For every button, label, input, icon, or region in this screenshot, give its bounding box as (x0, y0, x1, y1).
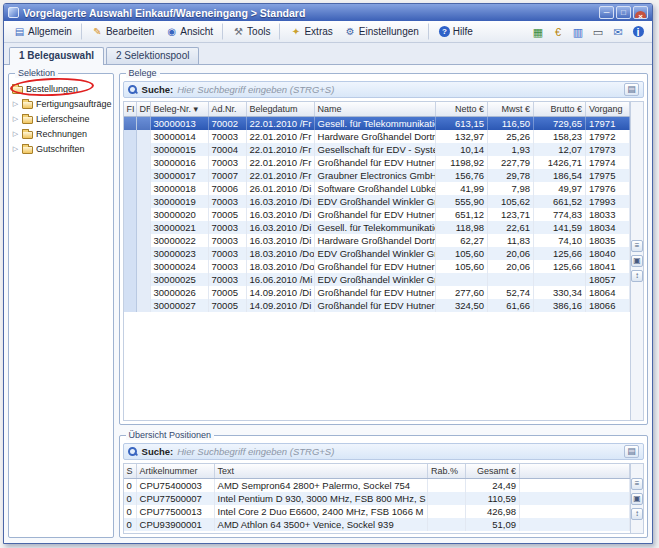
column-header[interactable]: FI (124, 102, 137, 116)
cell-belegdatum: 16.03.2010 /Di (247, 195, 315, 208)
mail-button[interactable]: ✉ (610, 24, 626, 40)
Software Großhandel Lübke AG[interactable]: 30000018 70006 26.01.2010 /Di Software G… (124, 182, 630, 195)
position-row[interactable]: 0 CPU77500013 Intel Core 2 Duo E6600, 24… (124, 505, 630, 518)
column-header[interactable] (520, 464, 630, 478)
column-header[interactable]: Brutto € (534, 102, 586, 116)
tree-item-label: Bestellungen (26, 84, 78, 94)
positionen-search-input[interactable] (177, 446, 620, 457)
menu-tools[interactable]: ⚒Tools (227, 23, 280, 40)
chart-button[interactable]: ▥ (570, 24, 586, 40)
cell-dr (137, 273, 151, 286)
cell-mwst: 61,66 (488, 299, 534, 312)
column-header[interactable]: Ad.Nr. (209, 102, 247, 116)
expander-icon[interactable] (12, 97, 19, 110)
column-header[interactable]: Gesamt € (466, 464, 520, 478)
column-header[interactable]: Belegdatum (247, 102, 315, 116)
toolbar: ▤Allgemein✎Bearbeiten◉Ansicht⚒Tools✦Extr… (4, 21, 652, 43)
menu-extras[interactable]: ✦Extras (284, 23, 338, 40)
EDV Großhandel Winkler GmbH[interactable]: 30000023 70003 18.03.2010 /Do EDV Großha… (124, 247, 630, 260)
Großhandel für EDV Hutner[interactable]: 30000026 70005 14.09.2010 /Di Großhandel… (124, 286, 630, 299)
position-row[interactable]: 0 CPU75400003 AMD Sempron64 2800+ Palerm… (124, 479, 630, 492)
column-header[interactable]: S (124, 464, 137, 478)
menu-allgemein[interactable]: ▤Allgemein (8, 23, 82, 40)
cell-netto: 10,14 (436, 143, 488, 156)
general-icon: ▤ (14, 26, 25, 37)
minimize-button[interactable]: ─ (599, 6, 614, 19)
EDV Großhandel Winkler GmbH[interactable]: 30000019 70003 16.03.2010 /Di EDV Großha… (124, 195, 630, 208)
column-header[interactable]: Artikelnummer (137, 464, 215, 478)
positionen-side-rail: ≡▣↕ (630, 463, 644, 534)
cell-fi (124, 286, 137, 299)
cell-artikelnummer: CPU75400003 (137, 479, 215, 492)
positionen-column-options-button[interactable]: ▤ (624, 445, 639, 458)
titlebar: Vorgelagerte Auswahl Einkauf/Wareneingan… (4, 4, 652, 21)
Graubner Electronics GmbH[interactable]: 30000017 70007 22.01.2010 /Fr Graubner E… (124, 169, 630, 182)
belege-table: FIDRBeleg-Nr. ▾Ad.Nr.BelegdatumNameNetto… (123, 101, 644, 421)
Großhandel für EDV Hutner[interactable]: 30000024 70003 18.03.2010 /Do Großhandel… (124, 260, 630, 273)
tree-item-fertigungsauftraege[interactable]: Fertigungsaufträge (12, 97, 112, 110)
cell-belegdatum: 16.06.2010 /Mi (247, 273, 315, 286)
Gesellschaft für EDV - Systeme[interactable]: 30000015 70004 22.01.2010 /Fr Gesellscha… (124, 143, 630, 156)
rail-sort-button[interactable]: ↕ (631, 270, 643, 282)
toolbar-label: Extras (304, 26, 332, 37)
Hardware Großhandel Dortmund[interactable]: 30000022 70003 16.03.2010 /Di Hardware G… (124, 234, 630, 247)
cell-netto: 324,50 (436, 299, 488, 312)
info-button[interactable]: i (630, 24, 646, 40)
position-row[interactable]: 0 CPU93900001 AMD Athlon 64 3500+ Venice… (124, 518, 630, 531)
tree-item-gutschriften[interactable]: Gutschriften (12, 142, 112, 155)
sort-icon: ↕ (635, 509, 639, 518)
menu-ansicht[interactable]: ◉Ansicht (160, 23, 223, 40)
package-button[interactable]: ▦ (530, 24, 546, 40)
Großhandel für EDV Hutner[interactable]: 30000027 70005 14.09.2010 /Di Großhandel… (124, 299, 630, 312)
cell-s: 0 (124, 518, 137, 531)
rail-list-button[interactable]: ≡ (631, 478, 643, 490)
monitor-button[interactable]: ▭ (590, 24, 606, 40)
menu-bearbeiten[interactable]: ✎Bearbeiten (86, 23, 160, 40)
belege-column-options-button[interactable]: ▤ (624, 83, 639, 96)
menu-hilfe[interactable]: ?Hilfe (433, 23, 479, 40)
rail-grid-button[interactable]: ▣ (631, 493, 643, 505)
euro-button[interactable]: € (550, 24, 566, 40)
column-header[interactable]: DR (137, 102, 151, 116)
EDV Großhandel Winkler GmbH[interactable]: 30000025 70003 16.06.2010 /Mi EDV Großha… (124, 273, 630, 286)
maximize-button[interactable]: □ (616, 6, 631, 19)
column-header[interactable]: Name (315, 102, 436, 116)
column-header[interactable]: Text (215, 464, 428, 478)
tab-belegauswahl[interactable]: 1 Belegauswahl (9, 47, 104, 65)
tree-item-bestellungen[interactable]: Bestellungen (12, 82, 112, 95)
cell-brutto: 125,66 (534, 260, 586, 273)
column-header[interactable]: Vorgang (586, 102, 630, 116)
rail-sort-button[interactable]: ↕ (631, 508, 643, 520)
menu-einstellungen[interactable]: ⚙Einstellungen (339, 23, 429, 40)
tree-item-lieferscheine[interactable]: Lieferscheine (12, 112, 112, 125)
tab-selektionspool[interactable]: 2 Selektionspool (106, 47, 199, 64)
cell-belegdatum: 22.01.2010 /Fr (247, 117, 315, 130)
tree-item-rechnungen[interactable]: Rechnungen (12, 127, 112, 140)
position-row[interactable]: 0 CPU77500007 Intel Pentium D 930, 3000 … (124, 492, 630, 505)
Hardware Großhandel Dortmund[interactable]: 30000014 70003 22.01.2010 /Fr Hardware G… (124, 130, 630, 143)
tree-item-label: Gutschriften (36, 144, 85, 154)
cell-fi (124, 143, 137, 156)
rail-grid-button[interactable]: ▣ (631, 255, 643, 267)
column-header[interactable]: Beleg-Nr. ▾ (151, 102, 209, 116)
cell-fi (124, 260, 137, 273)
right-column: Belege Suche: ▤ FIDRBeleg-Nr. ▾Ad.Nr.Bel… (119, 69, 648, 538)
belege-search-input[interactable] (177, 84, 620, 95)
expander-icon[interactable] (12, 112, 19, 125)
cell-rabatt (428, 518, 466, 531)
belege-table-header: FIDRBeleg-Nr. ▾Ad.Nr.BelegdatumNameNetto… (124, 102, 630, 117)
expander-icon[interactable] (12, 127, 19, 140)
Großhandel für EDV Hutner[interactable]: 30000016 70003 22.01.2010 /Fr Großhandel… (124, 156, 630, 169)
Gesell. für Telekommunikation[interactable]: 30000021 70003 16.03.2010 /Di Gesell. fü… (124, 221, 630, 234)
column-header[interactable]: Rab.% (428, 464, 466, 478)
expander-icon[interactable] (12, 142, 19, 155)
rail-list-button[interactable]: ≡ (631, 240, 643, 252)
column-header[interactable]: Netto € (436, 102, 488, 116)
Gesell. für Telekommunikation[interactable]: 30000013 70002 22.01.2010 /Fr Gesell. fü… (124, 117, 630, 130)
cell-name: Großhandel für EDV Hutner (315, 208, 436, 221)
Großhandel für EDV Hutner[interactable]: 30000020 70005 16.03.2010 /Di Großhandel… (124, 208, 630, 221)
close-button[interactable]: × (633, 6, 648, 19)
positionen-search-label: Suche: (142, 446, 174, 457)
column-header[interactable]: Mwst € (488, 102, 534, 116)
cell-beleg-nr: 30000018 (151, 182, 209, 195)
